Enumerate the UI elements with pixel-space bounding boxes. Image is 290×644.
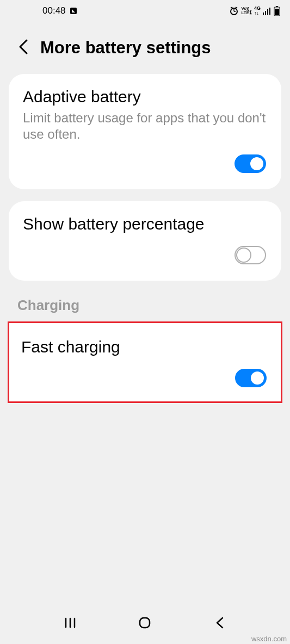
navigation-bar xyxy=(0,606,290,644)
svg-line-7 xyxy=(236,7,237,8)
svg-rect-9 xyxy=(265,11,266,15)
charging-section-header: Charging xyxy=(0,293,290,320)
adaptive-battery-title: Adaptive battery xyxy=(23,87,267,107)
battery-icon xyxy=(274,6,280,16)
back-button[interactable] xyxy=(18,39,28,57)
page-title: More battery settings xyxy=(40,38,211,58)
nav-back-button[interactable] xyxy=(209,612,231,634)
adaptive-battery-item[interactable]: Adaptive battery Limit battery usage for… xyxy=(9,74,281,189)
signal-icon xyxy=(263,7,272,15)
battery-percentage-toggle[interactable] xyxy=(235,246,266,264)
svg-rect-8 xyxy=(263,13,264,15)
alarm-icon xyxy=(229,6,239,16)
fast-charging-item[interactable]: Fast charging xyxy=(8,321,282,403)
svg-line-6 xyxy=(231,7,232,8)
watermark: wsxdn.com xyxy=(251,635,287,643)
volte-icon: Vo))LTE1̌ xyxy=(241,7,252,15)
network-type-icon: 4G↑↓ xyxy=(254,6,261,16)
svg-rect-18 xyxy=(140,618,150,628)
battery-percentage-item[interactable]: Show battery percentage xyxy=(9,201,281,281)
status-bar: 00:48 Vo))LTE1̌ 4G↑↓ xyxy=(0,0,290,22)
fast-charging-title: Fast charging xyxy=(21,337,268,357)
status-time: 00:48 xyxy=(42,5,66,16)
svg-rect-10 xyxy=(267,9,268,15)
svg-rect-11 xyxy=(269,8,270,15)
battery-percentage-title: Show battery percentage xyxy=(23,214,267,234)
home-button[interactable] xyxy=(134,612,156,634)
fast-charging-toggle[interactable] xyxy=(235,369,267,387)
adaptive-battery-desc: Limit battery usage for apps that you do… xyxy=(23,110,267,143)
recents-button[interactable] xyxy=(59,612,81,634)
adaptive-battery-toggle[interactable] xyxy=(235,154,266,173)
timer-icon xyxy=(69,7,78,15)
page-header: More battery settings xyxy=(0,22,290,74)
svg-rect-14 xyxy=(275,9,279,15)
